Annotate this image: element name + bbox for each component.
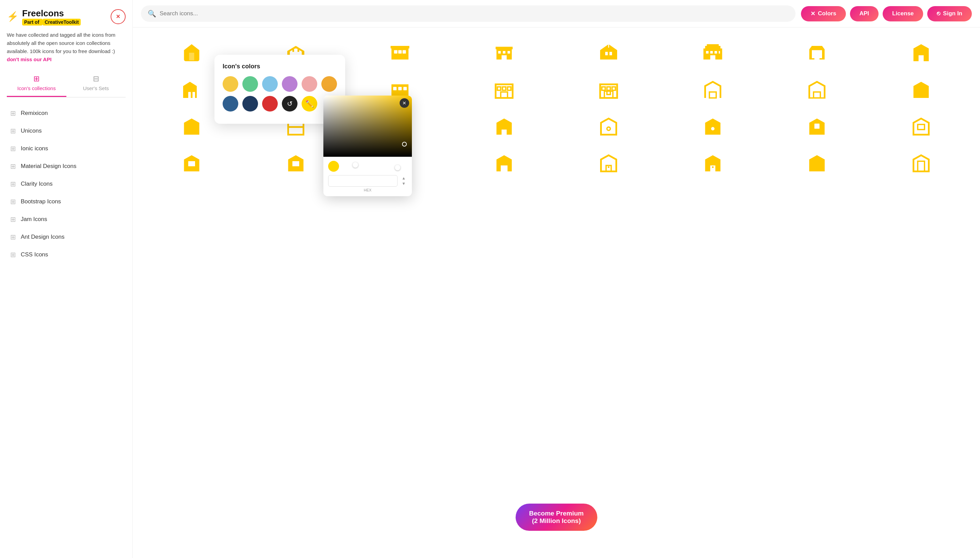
svg-rect-45 — [612, 87, 616, 90]
svg-point-63 — [712, 166, 713, 168]
picker-preview — [328, 161, 339, 172]
sidebar-item-ionic[interactable]: ⊞ Ionic icons — [7, 140, 125, 158]
logo-subtitle: Part of CreativeToolkit — [22, 20, 81, 25]
picker-hex-arrows: ▲ ▼ — [400, 176, 407, 186]
icon-cell[interactable] — [453, 36, 555, 70]
sidebar-logo: ⚡ Freelcons Part of CreativeToolkit — [7, 8, 81, 25]
sidebar-item-jam[interactable]: ⊞ Jam Icons — [7, 210, 125, 228]
icon-cell[interactable] — [662, 36, 764, 70]
svg-rect-34 — [398, 87, 402, 90]
colors-button[interactable]: ✕ Colors — [801, 6, 846, 21]
sidebar-item-css[interactable]: ⊞ CSS Icons — [7, 246, 125, 264]
swatch-red[interactable] — [262, 96, 278, 112]
api-link[interactable]: don't miss our API — [7, 56, 51, 62]
icon-cell[interactable] — [141, 146, 242, 180]
sidebar-item-remixicon[interactable]: ⊞ Remixicon — [7, 104, 125, 122]
svg-rect-26 — [715, 51, 717, 54]
svg-rect-8 — [398, 50, 402, 54]
svg-rect-40 — [507, 87, 511, 90]
license-button[interactable]: License — [883, 6, 923, 21]
sidebar-item-clarity[interactable]: ⊞ Clarity Icons — [7, 175, 125, 193]
swatch-navy[interactable] — [222, 96, 238, 112]
item-icon: ⊞ — [10, 198, 16, 206]
swatch-custom[interactable]: ✏️ — [301, 96, 317, 112]
swatch-reset[interactable]: ↺ — [282, 96, 298, 112]
picker-hex-input[interactable]: #FFC800 — [328, 175, 398, 187]
icon-cell[interactable] — [870, 72, 972, 107]
sidebar-item-unicons[interactable]: ⊞ Unicons — [7, 122, 125, 140]
api-button[interactable]: API — [850, 6, 879, 21]
svg-rect-28 — [710, 56, 715, 60]
icon-cell[interactable] — [766, 72, 868, 107]
header: 🔍 ✕ Colors API License ⎋ Sign In — [133, 0, 980, 28]
icon-cell[interactable] — [558, 146, 659, 180]
sidebar-item-bootstrap[interactable]: ⊞ Bootstrap Icons — [7, 193, 125, 210]
icon-cell[interactable] — [766, 146, 868, 180]
icon-cell[interactable] — [453, 109, 555, 143]
icon-cell[interactable] — [662, 109, 764, 143]
swatch-orange[interactable] — [321, 76, 337, 92]
svg-rect-6 — [391, 46, 410, 49]
sidebar-item-ant-design[interactable]: ⊞ Ant Design Icons — [7, 228, 125, 246]
svg-rect-49 — [814, 92, 820, 98]
swatch-blue[interactable] — [262, 76, 278, 92]
svg-rect-14 — [503, 51, 506, 54]
icon-cell[interactable] — [662, 72, 764, 107]
picker-gradient[interactable] — [323, 95, 412, 157]
svg-rect-10 — [398, 56, 403, 60]
svg-point-55 — [711, 127, 715, 131]
logo-title: Freelcons — [22, 8, 81, 19]
icon-cell[interactable] — [349, 36, 451, 70]
svg-rect-25 — [710, 51, 713, 54]
search-bar[interactable]: 🔍 — [141, 5, 796, 22]
swatch-purple[interactable] — [282, 76, 298, 92]
icon-cell[interactable] — [558, 36, 659, 70]
svg-rect-19 — [609, 52, 612, 56]
svg-rect-12 — [496, 47, 513, 50]
sidebar-tabs: ⊞ Icon's collections ⊟ User's Sets — [7, 70, 125, 98]
icon-cell[interactable] — [453, 146, 555, 180]
svg-rect-9 — [403, 50, 406, 54]
svg-rect-35 — [404, 87, 407, 90]
close-button[interactable]: × — [110, 9, 125, 24]
svg-rect-2 — [292, 49, 294, 52]
svg-rect-16 — [502, 56, 507, 60]
search-input[interactable] — [160, 10, 789, 17]
swatch-green[interactable] — [242, 76, 258, 92]
svg-rect-38 — [497, 87, 501, 90]
item-icon: ⊞ — [10, 162, 16, 171]
icon-cell[interactable] — [766, 36, 868, 70]
signin-button[interactable]: ⎋ Sign In — [927, 6, 972, 21]
sidebar-item-material[interactable]: ⊞ Material Design Icons — [7, 158, 125, 175]
icon-cell[interactable] — [870, 36, 972, 70]
tab-user-sets[interactable]: ⊟ User's Sets — [66, 70, 126, 97]
sidebar-header: ⚡ Freelcons Part of CreativeToolkit × — [7, 8, 125, 25]
icon-cell[interactable] — [558, 72, 659, 107]
icon-cell[interactable] — [453, 72, 555, 107]
item-icon: ⊞ — [10, 180, 16, 188]
color-swatches-row1 — [222, 76, 337, 92]
picker-increment[interactable]: ▲ — [400, 176, 407, 181]
swatch-yellow[interactable] — [222, 76, 238, 92]
icon-cell[interactable] — [766, 109, 868, 143]
swatch-dark-navy[interactable] — [242, 96, 258, 112]
picker-hex-label: HEX — [328, 188, 407, 192]
picker-opacity-thumb[interactable] — [395, 165, 400, 171]
picker-close-button[interactable]: ✕ — [400, 98, 409, 108]
premium-line2: (2 Million Icons) — [532, 517, 581, 524]
svg-rect-29 — [814, 54, 819, 59]
picker-hue-thumb[interactable] — [352, 162, 358, 167]
icon-cell[interactable] — [870, 109, 972, 143]
tab-collections[interactable]: ⊞ Icon's collections — [7, 70, 66, 97]
picker-decrement[interactable]: ▼ — [400, 181, 407, 186]
icon-cell[interactable] — [558, 109, 659, 143]
svg-rect-39 — [502, 87, 506, 90]
icon-cell[interactable] — [870, 146, 972, 180]
close-x-icon: ✕ — [810, 10, 815, 17]
swatch-pink[interactable] — [301, 76, 317, 92]
svg-rect-24 — [706, 51, 709, 54]
svg-rect-41 — [501, 92, 507, 98]
premium-banner[interactable]: Become Premium (2 Million Icons) — [516, 504, 597, 531]
icon-cell[interactable] — [662, 146, 764, 180]
svg-rect-7 — [394, 50, 398, 54]
